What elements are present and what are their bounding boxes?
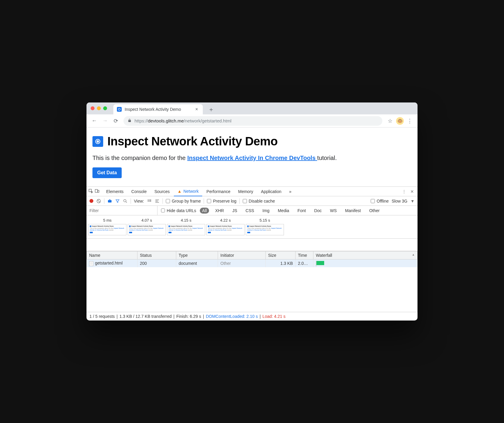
page-intro: This is the companion demo for the Inspe… bbox=[92, 155, 412, 161]
get-data-button[interactable]: Get Data bbox=[92, 167, 122, 178]
filmstrip-frame[interactable]: 4.07 s Inspect Network Activity DemoThis… bbox=[128, 217, 166, 235]
back-button[interactable]: ← bbox=[89, 116, 99, 126]
frame-timestamp: 4.22 s bbox=[206, 217, 245, 224]
offline-checkbox[interactable]: Offline bbox=[371, 199, 389, 203]
status-domcontentloaded: DOMContentLoaded: 2.10 s bbox=[206, 314, 258, 319]
svg-rect-10 bbox=[149, 200, 151, 200]
devtools-tab-performance[interactable]: Performance bbox=[203, 187, 234, 196]
forward-button[interactable]: → bbox=[100, 116, 110, 126]
browser-tab[interactable]: Inspect Network Activity Demo × bbox=[113, 104, 203, 114]
filmstrip-frame[interactable]: 5.15 s Inspect Network Activity DemoThis… bbox=[246, 217, 284, 235]
col-type[interactable]: Type bbox=[176, 251, 218, 259]
filter-input[interactable] bbox=[86, 206, 157, 215]
devtools-tab-elements[interactable]: Elements bbox=[103, 187, 127, 196]
disable-cache-checkbox[interactable]: Disable cache bbox=[243, 199, 275, 203]
overview-icon[interactable] bbox=[155, 199, 160, 203]
type-filter-js[interactable]: JS bbox=[230, 208, 239, 214]
address-bar[interactable]: https://devtools.glitch.me/network/getst… bbox=[123, 116, 382, 126]
type-filter-media[interactable]: Media bbox=[275, 208, 291, 214]
type-filter-ws[interactable]: WS bbox=[328, 208, 339, 214]
tab-strip: Inspect Network Activity Demo × ＋ bbox=[86, 102, 418, 114]
new-tab-button[interactable]: ＋ bbox=[207, 105, 215, 113]
devtools-tab-application[interactable]: Application bbox=[257, 187, 285, 196]
request-row[interactable]: getstarted.html 200 document Other 1.3 K… bbox=[87, 259, 418, 267]
page-heading: Inspect Network Activity Demo bbox=[107, 135, 278, 148]
svg-point-2 bbox=[97, 141, 99, 142]
filmstrip-frame[interactable]: 4.22 s Inspect Network Activity DemoThis… bbox=[206, 217, 245, 235]
device-toolbar-icon[interactable] bbox=[95, 189, 100, 195]
screenshots-icon[interactable] bbox=[107, 199, 112, 203]
profile-avatar[interactable]: 🐵 bbox=[396, 117, 404, 125]
status-transferred: 1.3 KB / 12.7 KB transferred bbox=[119, 314, 171, 319]
filmstrip-frame[interactable]: 4.15 s Inspect Network Activity DemoThis… bbox=[167, 217, 205, 235]
svg-rect-12 bbox=[149, 201, 151, 201]
devtools-close-icon[interactable]: ✕ bbox=[410, 189, 414, 194]
col-name[interactable]: Name bbox=[87, 251, 137, 259]
bookmark-button[interactable]: ☆ bbox=[385, 116, 395, 126]
devtools-panel: Elements Console Sources ▲ Network Perfo… bbox=[86, 186, 418, 321]
frame-thumbnail: Inspect Network Activity DemoThis is the… bbox=[246, 224, 284, 235]
type-filter-doc[interactable]: Doc bbox=[312, 208, 324, 214]
maximize-window-button[interactable] bbox=[103, 106, 107, 110]
tutorial-link[interactable]: Inspect Network Activity In Chrome DevTo… bbox=[187, 155, 317, 161]
svg-point-0 bbox=[118, 108, 120, 111]
frame-thumbnail: Inspect Network Activity DemoThis is the… bbox=[128, 224, 166, 235]
close-window-button[interactable] bbox=[91, 106, 95, 110]
throttling-dropdown-icon[interactable]: ▼ bbox=[410, 199, 415, 203]
devtools-tab-console[interactable]: Console bbox=[128, 187, 150, 196]
devtools-tabs-overflow[interactable]: » bbox=[286, 187, 295, 196]
tab-title: Inspect Network Activity Demo bbox=[125, 107, 181, 112]
type-filter-manifest[interactable]: Manifest bbox=[343, 208, 363, 214]
group-by-frame-checkbox[interactable]: Group by frame bbox=[166, 199, 201, 203]
devtools-tab-network[interactable]: ▲ Network bbox=[174, 187, 202, 196]
status-finish: Finish: 6.29 s bbox=[176, 314, 201, 319]
status-load: Load: 4.21 s bbox=[262, 314, 285, 319]
record-button[interactable] bbox=[89, 199, 93, 203]
clear-icon[interactable] bbox=[96, 199, 101, 203]
type-filter-all[interactable]: All bbox=[200, 208, 209, 214]
document-icon bbox=[89, 261, 93, 266]
col-size[interactable]: Size bbox=[266, 251, 296, 259]
filmstrip-frame[interactable]: 5 ms Inspect Network Activity DemoThis i… bbox=[88, 217, 126, 235]
devtools-tab-sources[interactable]: Sources bbox=[151, 187, 173, 196]
request-status: 200 bbox=[137, 259, 176, 267]
browser-menu-button[interactable]: ⋮ bbox=[405, 116, 415, 126]
throttling-select[interactable]: Slow 3G bbox=[392, 199, 407, 203]
frame-timestamp: 4.07 s bbox=[128, 217, 166, 224]
large-rows-icon[interactable] bbox=[147, 199, 152, 203]
search-icon[interactable] bbox=[123, 199, 128, 203]
warning-icon: ▲ bbox=[177, 189, 182, 194]
col-time[interactable]: Time bbox=[296, 251, 313, 259]
frame-thumbnail: Inspect Network Activity DemoThis is the… bbox=[88, 224, 126, 235]
svg-rect-5 bbox=[98, 190, 99, 192]
tab-close-button[interactable]: × bbox=[194, 107, 199, 112]
network-status-bar: 1 / 5 requests| 1.3 KB / 12.7 KB transfe… bbox=[86, 312, 418, 321]
preserve-log-checkbox[interactable]: Preserve log bbox=[207, 199, 236, 203]
page-content: Inspect Network Activity Demo This is th… bbox=[86, 127, 418, 186]
type-filter-img[interactable]: Img bbox=[260, 208, 272, 214]
url-text: https://devtools.glitch.me/network/getst… bbox=[134, 118, 231, 123]
devtools-menu-icon[interactable]: ⋮ bbox=[402, 189, 406, 194]
reload-button[interactable]: ⟳ bbox=[111, 116, 120, 126]
type-filter-xhr[interactable]: XHR bbox=[213, 208, 226, 214]
devtools-tab-memory[interactable]: Memory bbox=[234, 187, 257, 196]
col-status[interactable]: Status bbox=[137, 251, 176, 259]
frame-timestamp: 5 ms bbox=[88, 217, 126, 224]
type-filter-css[interactable]: CSS bbox=[243, 208, 256, 214]
svg-rect-4 bbox=[95, 189, 98, 192]
inspect-element-icon[interactable] bbox=[88, 189, 93, 195]
type-filter-other[interactable]: Other bbox=[367, 208, 382, 214]
request-time: 2.0… bbox=[296, 259, 313, 267]
frame-thumbnail: Inspect Network Activity DemoThis is the… bbox=[167, 224, 205, 235]
request-initiator: Other bbox=[218, 259, 266, 267]
hide-data-urls-checkbox[interactable]: Hide data URLs bbox=[161, 208, 196, 213]
frame-timestamp: 4.15 s bbox=[167, 217, 205, 224]
minimize-window-button[interactable] bbox=[97, 106, 101, 110]
col-initiator[interactable]: Initiator bbox=[218, 251, 266, 259]
type-filter-font[interactable]: Font bbox=[295, 208, 308, 214]
timeline-overview[interactable] bbox=[86, 239, 418, 251]
filter-icon[interactable] bbox=[115, 199, 120, 203]
window-controls bbox=[91, 106, 107, 110]
devtools-left-icons bbox=[88, 189, 102, 195]
col-waterfall[interactable]: Waterfall bbox=[313, 251, 418, 259]
